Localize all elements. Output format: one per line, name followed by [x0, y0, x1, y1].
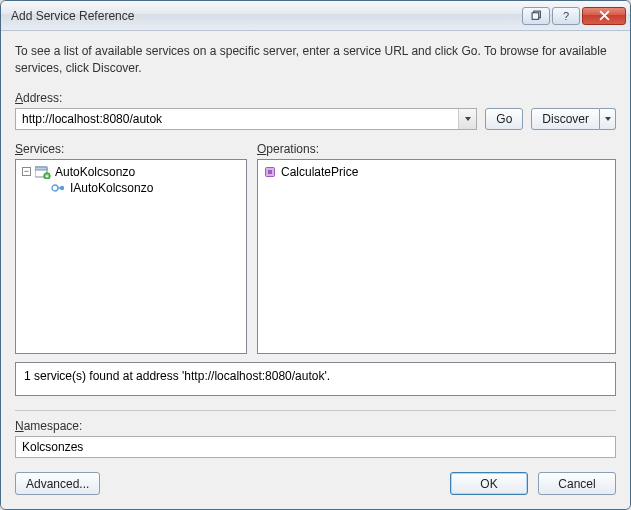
discover-button[interactable]: Discover	[531, 108, 600, 130]
interface-icon	[50, 181, 66, 195]
operation-item[interactable]: CalculatePrice	[262, 164, 611, 180]
help-button[interactable]: ?	[552, 7, 580, 25]
service-icon	[35, 165, 51, 179]
dialog-window: Add Service Reference ? To see a list of…	[0, 0, 631, 510]
operations-label: Operations:	[257, 142, 616, 156]
advanced-button[interactable]: Advanced...	[15, 472, 100, 495]
namespace-input[interactable]	[15, 436, 616, 458]
services-label: Services:	[15, 142, 247, 156]
close-button[interactable]	[582, 7, 626, 25]
services-tree[interactable]: − AutoKolcsonzo	[15, 159, 247, 354]
discover-split-button: Discover	[531, 108, 616, 130]
separator	[15, 410, 616, 411]
operation-label: CalculatePrice	[281, 165, 358, 179]
address-dropdown-button[interactable]	[458, 109, 476, 129]
restore-button[interactable]	[522, 7, 550, 25]
help-icon: ?	[563, 10, 569, 22]
svg-point-8	[60, 185, 64, 189]
intro-text: To see a list of available services on a…	[15, 43, 616, 77]
close-icon	[599, 10, 610, 21]
svg-point-7	[52, 185, 58, 191]
collapse-icon[interactable]: −	[22, 167, 31, 176]
services-tree-child-label: IAutoKolcsonzo	[70, 181, 153, 195]
chevron-down-icon	[604, 115, 612, 123]
address-combo[interactable]	[15, 108, 477, 130]
client-area: To see a list of available services on a…	[1, 31, 630, 509]
operation-icon	[264, 166, 276, 178]
discover-dropdown-button[interactable]	[600, 108, 616, 130]
address-label: Address:	[15, 91, 616, 105]
address-input[interactable]	[16, 109, 458, 129]
services-tree-root[interactable]: − AutoKolcsonzo	[20, 164, 242, 180]
services-tree-root-label: AutoKolcsonzo	[55, 165, 135, 179]
restore-icon	[531, 10, 542, 21]
svg-rect-11	[268, 170, 272, 174]
cancel-button[interactable]: Cancel	[538, 472, 616, 495]
chevron-down-icon	[464, 115, 472, 123]
ok-button[interactable]: OK	[450, 472, 528, 495]
svg-rect-1	[532, 13, 539, 20]
go-button[interactable]: Go	[485, 108, 523, 130]
titlebar[interactable]: Add Service Reference ?	[1, 1, 630, 31]
status-text: 1 service(s) found at address 'http://lo…	[24, 369, 330, 383]
window-title: Add Service Reference	[11, 9, 134, 23]
svg-rect-5	[35, 167, 47, 170]
status-box: 1 service(s) found at address 'http://lo…	[15, 362, 616, 396]
namespace-label: Namespace:	[15, 419, 616, 433]
operations-list[interactable]: CalculatePrice	[257, 159, 616, 354]
services-tree-child[interactable]: IAutoKolcsonzo	[20, 180, 242, 196]
